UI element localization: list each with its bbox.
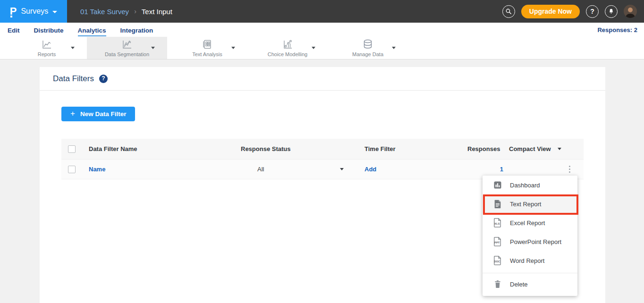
compact-view-label: Compact View: [509, 145, 551, 152]
svg-text:PPT: PPT: [494, 241, 500, 244]
upgrade-now-button[interactable]: Upgrade Now: [521, 5, 580, 18]
toolbar-item-label: Text Analysis: [192, 51, 222, 57]
tab-distribute[interactable]: Distribute: [34, 26, 64, 34]
row-checkbox[interactable]: [68, 166, 76, 173]
toolbar-item-choice-modelling[interactable]: Choice Modelling: [247, 37, 328, 59]
time-filter-add-link[interactable]: Add: [363, 166, 462, 173]
new-data-filter-button[interactable]: + New Data Filter: [61, 107, 135, 121]
toolbar-item-data-segmentation[interactable]: Data Segmentation: [87, 37, 167, 59]
tab-integration[interactable]: Integration: [120, 26, 153, 34]
menu-item-label: Text Report: [510, 201, 541, 208]
menu-item-label: Dashboard: [510, 182, 540, 189]
new-data-filter-label: New Data Filter: [80, 110, 127, 118]
response-status-select[interactable]: All: [241, 166, 363, 173]
menu-item-label: PowerPoint Report: [510, 238, 561, 245]
chevron-down-icon[interactable]: [231, 47, 235, 49]
scatter-chart-icon: [282, 39, 293, 50]
menu-item-delete[interactable]: Delete: [483, 273, 577, 295]
chevron-down-icon: [52, 11, 57, 13]
help-button[interactable]: ?: [586, 5, 599, 18]
database-icon: [362, 39, 373, 50]
row-actions-cell: [509, 164, 584, 175]
header-time-filter: Time Filter: [363, 145, 462, 152]
text-grid-icon: [202, 39, 213, 50]
chevron-down-icon: [340, 168, 344, 170]
menu-item-dashboard[interactable]: Dashboard: [483, 176, 577, 194]
toolbar-item-manage-data[interactable]: Manage Data: [328, 37, 408, 59]
tab-analytics[interactable]: Analytics: [78, 26, 106, 34]
user-avatar[interactable]: [624, 5, 637, 18]
search-icon: [505, 8, 512, 15]
menu-item-word-report[interactable]: DOC Word Report: [483, 251, 577, 270]
line-chart-icon: [41, 39, 52, 50]
header-data-filter-name: Data Filter Name: [89, 145, 241, 152]
header-responses: Responses: [462, 145, 509, 152]
toolbar-item-label: Reports: [38, 51, 56, 57]
toolbar-item-label: Data Segmentation: [105, 51, 149, 57]
chevron-down-icon[interactable]: [151, 47, 155, 49]
search-button[interactable]: [502, 5, 515, 18]
data-filters-table: Data Filter Name Response Status Time Fi…: [61, 139, 584, 179]
page-title: Data Filters: [53, 74, 94, 84]
menu-item-label: Word Report: [510, 257, 544, 264]
dashboard-icon: [493, 180, 502, 190]
responses-count-link[interactable]: 1: [462, 166, 509, 173]
analytics-toolbar: Reports Data Segmentation: [0, 37, 644, 59]
header-actions: Upgrade Now ?: [502, 0, 644, 23]
kebab-menu-icon[interactable]: [567, 164, 572, 175]
chevron-down-icon[interactable]: [312, 47, 315, 49]
bell-icon: [608, 8, 614, 15]
question-mark-icon: ?: [590, 8, 594, 15]
toolbar-item-label: Manage Data: [352, 51, 383, 57]
chevron-down-icon: [558, 148, 561, 150]
product-name: Surveys: [21, 7, 48, 16]
response-status-value: All: [257, 166, 264, 173]
word-file-icon: DOC: [493, 256, 502, 265]
menu-item-powerpoint-report[interactable]: PPT PowerPoint Report: [483, 232, 577, 251]
avatar-image: [624, 5, 637, 18]
toolbar-item-text-analysis[interactable]: Text Analysis: [167, 37, 247, 59]
table-header-row: Data Filter Name Response Status Time Fi…: [61, 139, 584, 160]
page: P Surveys 01 Take Survey › Text Input Up…: [0, 0, 644, 303]
text-report-icon: [493, 199, 502, 209]
multi-line-chart-icon: [121, 39, 133, 50]
filter-name-link[interactable]: Name: [89, 166, 241, 173]
breadcrumb-page-title: Text Input: [142, 8, 172, 16]
plus-icon: +: [70, 109, 75, 118]
breadcrumb: 01 Take Survey › Text Input: [80, 0, 172, 23]
select-all-checkbox[interactable]: [68, 145, 76, 153]
breadcrumb-survey-title[interactable]: 01 Take Survey: [80, 8, 129, 16]
menu-item-text-report[interactable]: Text Report: [483, 194, 577, 213]
menu-item-label: Excel Report: [510, 219, 545, 227]
notifications-button[interactable]: [605, 5, 618, 18]
survey-section-tabs: Edit Distribute Analytics Integration Re…: [0, 23, 644, 37]
brand-logo-icon: P: [10, 6, 17, 17]
toolbar-item-label: Choice Modelling: [268, 51, 307, 57]
row-checkbox-cell: [61, 166, 89, 173]
svg-text:XLS: XLS: [494, 222, 500, 225]
compact-view-dropdown[interactable]: Compact View: [509, 145, 584, 152]
chevron-down-icon[interactable]: [71, 47, 75, 49]
powerpoint-file-icon: PPT: [493, 237, 502, 246]
menu-item-excel-report[interactable]: XLS Excel Report: [483, 213, 577, 232]
product-switcher[interactable]: P Surveys: [0, 0, 67, 23]
breadcrumb-separator: ›: [134, 8, 136, 15]
top-header-bar: P Surveys 01 Take Survey › Text Input Up…: [0, 0, 644, 23]
help-tooltip-icon[interactable]: ?: [99, 75, 108, 83]
chevron-down-icon[interactable]: [392, 47, 396, 49]
row-actions-menu: Dashboard Text Report XLS: [483, 176, 577, 296]
panel-header: Data Filters ?: [40, 67, 605, 91]
header-response-status: Response Status: [241, 145, 363, 152]
responses-count: Responses: 2: [597, 26, 637, 34]
trash-icon: [493, 279, 502, 289]
svg-text:DOC: DOC: [494, 260, 500, 263]
excel-file-icon: XLS: [493, 218, 502, 227]
header-checkbox-cell: [61, 145, 89, 153]
toolbar-item-reports[interactable]: Reports: [7, 37, 87, 59]
tab-edit[interactable]: Edit: [8, 26, 20, 34]
menu-item-label: Delete: [510, 281, 528, 288]
